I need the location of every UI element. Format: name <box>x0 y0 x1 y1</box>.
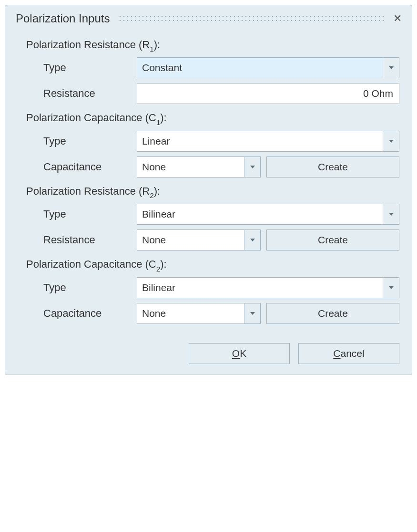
r1-value-label: Resistance <box>43 87 137 100</box>
chevron-down-icon <box>389 66 394 69</box>
r2-type-row: Type Bilinear <box>43 204 399 225</box>
r2-resistance-select[interactable]: None <box>137 229 261 250</box>
section-r2: Polarization Resistance (R2): Type Bilin… <box>18 185 399 250</box>
dialog-content: Polarization Resistance (R1): Type Const… <box>5 30 412 375</box>
c1-create-label: Create <box>318 161 348 173</box>
r2-value-label: Resistance <box>43 234 137 246</box>
r1-resistance-input[interactable]: 0 Ohm <box>137 83 399 104</box>
section-r1: Polarization Resistance (R1): Type Const… <box>18 39 399 104</box>
c1-type-label: Type <box>43 135 137 147</box>
r2-value-row: Resistance None Create <box>43 229 399 250</box>
section-c1-title: Polarization Capacitance (C1): <box>26 112 399 125</box>
c1-type-dropdown-button[interactable] <box>383 131 399 151</box>
r2-create-label: Create <box>318 234 348 246</box>
chevron-down-icon <box>250 166 255 168</box>
r2-resistance-dropdown-button[interactable] <box>244 230 260 250</box>
r1-type-select[interactable]: Constant <box>137 57 399 78</box>
close-button[interactable]: ✕ <box>391 12 404 25</box>
c1-value-row: Capacitance None Create <box>43 156 399 177</box>
c2-type-dropdown-button[interactable] <box>383 278 399 298</box>
r2-type-select[interactable]: Bilinear <box>137 204 399 225</box>
c1-type-value: Linear <box>137 136 383 147</box>
section-c2-title: Polarization Capacitance (C2): <box>26 258 399 272</box>
dialog-title: Polarization Inputs <box>16 12 110 25</box>
chevron-down-icon <box>389 140 394 143</box>
r1-type-dropdown-button[interactable] <box>383 58 399 78</box>
c2-type-label: Type <box>43 282 137 294</box>
r2-type-dropdown-button[interactable] <box>383 204 399 224</box>
c1-capacitance-select[interactable]: None <box>137 156 261 177</box>
c2-type-row: Type Bilinear <box>43 277 399 298</box>
dialog-footer: OK Cancel <box>18 343 399 364</box>
r2-type-value: Bilinear <box>137 209 383 220</box>
section-r2-title: Polarization Resistance (R2): <box>26 185 399 199</box>
c2-capacitance-dropdown-button[interactable] <box>244 303 260 323</box>
close-icon: ✕ <box>393 12 402 25</box>
c1-create-button[interactable]: Create <box>266 156 399 177</box>
c2-create-button[interactable]: Create <box>266 303 399 324</box>
c2-capacitance-select[interactable]: None <box>137 303 261 324</box>
chevron-down-icon <box>250 239 255 241</box>
c1-capacitance-value: None <box>137 161 244 173</box>
r1-type-label: Type <box>43 62 137 74</box>
c1-value-label: Capacitance <box>43 161 137 173</box>
section-r1-title: Polarization Resistance (R1): <box>26 39 399 52</box>
r2-resistance-value: None <box>137 234 244 246</box>
r1-value-row: Resistance 0 Ohm <box>43 83 399 104</box>
cancel-button[interactable]: Cancel <box>298 343 399 364</box>
c1-type-select[interactable]: Linear <box>137 131 399 152</box>
chevron-down-icon <box>389 213 394 216</box>
chevron-down-icon <box>250 312 255 315</box>
r2-type-label: Type <box>43 208 137 220</box>
r1-type-row: Type Constant <box>43 57 399 78</box>
polarization-inputs-dialog: Polarization Inputs ✕ Polarization Resis… <box>5 5 412 375</box>
c1-type-row: Type Linear <box>43 131 399 152</box>
c2-capacitance-value: None <box>137 308 244 319</box>
ok-button[interactable]: OK <box>189 343 290 364</box>
c2-create-label: Create <box>318 308 348 319</box>
titlebar: Polarization Inputs ✕ <box>5 5 412 30</box>
r2-create-button[interactable]: Create <box>266 229 399 250</box>
section-c2: Polarization Capacitance (C2): Type Bili… <box>18 258 399 323</box>
chevron-down-icon <box>389 286 394 289</box>
titlebar-grip[interactable] <box>118 13 384 24</box>
r1-resistance-value: 0 Ohm <box>363 88 393 99</box>
c1-capacitance-dropdown-button[interactable] <box>244 157 260 177</box>
c2-type-select[interactable]: Bilinear <box>137 277 399 298</box>
c2-value-label: Capacitance <box>43 307 137 320</box>
section-c1: Polarization Capacitance (C1): Type Line… <box>18 112 399 177</box>
c2-value-row: Capacitance None Create <box>43 303 399 324</box>
r1-type-value: Constant <box>137 62 383 73</box>
c2-type-value: Bilinear <box>137 282 383 293</box>
